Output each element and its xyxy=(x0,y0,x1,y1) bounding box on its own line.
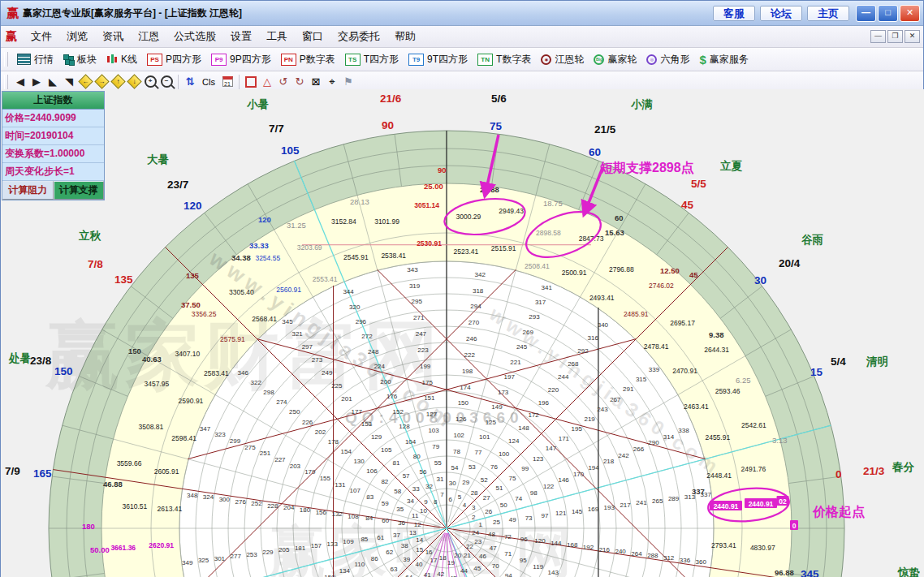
draw-tool-↺[interactable]: ↺ xyxy=(275,75,291,89)
toolbar-item-六角形[interactable]: ◎六角形 xyxy=(641,51,694,68)
svg-text:247: 247 xyxy=(416,330,427,338)
menu-item-工具[interactable]: 工具 xyxy=(259,28,295,45)
draw-tool-◀[interactable]: ◀ xyxy=(12,75,28,89)
toolbar-grip xyxy=(4,75,8,89)
draw-tool-cal[interactable]: 21 xyxy=(219,75,235,89)
mdi-close-button[interactable]: ✕ xyxy=(905,30,920,43)
svg-text:37: 37 xyxy=(393,532,400,539)
svg-text:21/6: 21/6 xyxy=(380,93,402,105)
svg-text:3610.51: 3610.51 xyxy=(123,502,148,510)
svg-text:12.50: 12.50 xyxy=(660,266,680,275)
draw-tool-◥[interactable]: ◥ xyxy=(61,75,77,89)
svg-text:300: 300 xyxy=(219,496,231,503)
diamond-arrow-icon: ← xyxy=(78,74,93,88)
svg-text:322: 322 xyxy=(250,379,261,386)
toolbar-item-9T四方形[interactable]: T99T四方形 xyxy=(404,51,473,68)
title-link-论坛[interactable]: 论坛 xyxy=(760,6,802,21)
svg-text:340: 340 xyxy=(598,321,609,329)
svg-text:2470.91: 2470.91 xyxy=(672,367,697,375)
toolbar-grip xyxy=(4,52,8,67)
svg-text:152: 152 xyxy=(393,408,404,416)
svg-text:8: 8 xyxy=(434,498,438,506)
draw-tool-▶[interactable]: ▶ xyxy=(28,75,45,89)
toolbar-item-T数字表[interactable]: TNT数字表 xyxy=(473,51,536,68)
toolbar-item-赢家服务[interactable]: $赢家服务 xyxy=(694,51,753,68)
toolbar-item-板块[interactable]: 板块 xyxy=(58,51,101,68)
menu-item-浏览[interactable]: 浏览 xyxy=(59,28,95,45)
draw-tool-↻[interactable]: ↻ xyxy=(291,75,308,89)
title-link-客服[interactable]: 客服 xyxy=(713,6,755,21)
menu-item-公式选股[interactable]: 公式选股 xyxy=(166,28,223,45)
draw-tool-dia-right[interactable]: → xyxy=(93,75,110,89)
menu-item-资讯[interactable]: 资讯 xyxy=(95,28,131,45)
draw-tool-△[interactable]: △ xyxy=(259,75,275,89)
svg-text:2455.91: 2455.91 xyxy=(705,433,730,441)
svg-text:277: 277 xyxy=(231,553,242,560)
svg-text:122: 122 xyxy=(543,483,555,490)
toolbar-item-P数字表[interactable]: PNP数字表 xyxy=(276,51,340,68)
close-button[interactable]: ✕ xyxy=(900,5,920,22)
gann-wheel-svg: 赢家财富网赢家财富网www.yingjia360.comwww.yingjia3… xyxy=(1,89,924,577)
menu-item-江恩[interactable]: 江恩 xyxy=(131,28,166,45)
svg-text:3457.95: 3457.95 xyxy=(145,380,170,388)
svg-text:7: 7 xyxy=(440,491,444,498)
draw-tool-dia-left[interactable]: ← xyxy=(77,75,93,89)
svg-text:288: 288 xyxy=(647,552,658,559)
mdi-minimize-button[interactable]: — xyxy=(870,30,886,43)
zoom-out-icon: − xyxy=(161,75,173,88)
svg-text:192: 192 xyxy=(583,544,594,551)
draw-tool-⇅[interactable]: ⇅ xyxy=(182,75,198,89)
diamond-arrow-icon: → xyxy=(94,74,109,88)
draw-tool-zoom-in[interactable]: + xyxy=(142,75,158,89)
wheel-canvas[interactable]: 上证指数 价格=2440.9099时间=20190104变换系数=1.00000… xyxy=(1,89,924,577)
svg-text:170: 170 xyxy=(573,471,585,478)
badge-icon-P9: P9 xyxy=(211,54,227,66)
panel-title: 上证指数 xyxy=(2,92,104,110)
menu-item-帮助[interactable]: 帮助 xyxy=(387,28,423,45)
svg-text:180: 180 xyxy=(300,506,311,514)
svg-text:4830.97: 4830.97 xyxy=(750,544,775,552)
svg-text:217: 217 xyxy=(620,502,631,509)
draw-tool-dia-down[interactable]: ↓ xyxy=(126,75,142,89)
mdi-restore-button[interactable]: ❐ xyxy=(887,30,903,43)
draw-tool-⌖[interactable]: ⌖ xyxy=(324,75,340,89)
svg-text:225: 225 xyxy=(331,382,343,390)
svg-text:312: 312 xyxy=(663,554,675,562)
minimize-button[interactable]: — xyxy=(856,5,876,22)
calc-resistance-button[interactable]: 计算阻力 xyxy=(2,181,54,200)
svg-text:130: 130 xyxy=(353,458,365,465)
badge-icon-TN: TN xyxy=(477,54,493,66)
svg-text:241: 241 xyxy=(636,499,647,506)
svg-text:57: 57 xyxy=(403,472,410,480)
draw-tool-Cls[interactable]: Cls xyxy=(198,75,219,89)
svg-text:44: 44 xyxy=(460,567,468,575)
svg-text:54: 54 xyxy=(451,464,458,472)
title-link-主页[interactable]: 主页 xyxy=(807,6,849,21)
menu-item-交易委托[interactable]: 交易委托 xyxy=(330,28,387,45)
toolbar-item-K线[interactable]: K线 xyxy=(101,51,142,68)
svg-text:90: 90 xyxy=(382,119,394,131)
menu-item-文件[interactable]: 文件 xyxy=(24,28,59,45)
toolbar-item-赢家轮[interactable]: Big赢家轮 xyxy=(589,51,641,68)
draw-tool-⊠[interactable]: ⊠ xyxy=(308,75,324,89)
toolbar-item-行情[interactable]: 行情 xyxy=(12,51,58,68)
svg-text:121: 121 xyxy=(555,510,567,517)
menu-item-窗口[interactable]: 窗口 xyxy=(295,28,330,45)
svg-text:2590.91: 2590.91 xyxy=(179,397,204,405)
toolbar-item-9P四方形[interactable]: P99P四方形 xyxy=(206,51,276,68)
toolbar-item-江恩轮[interactable]: ◉江恩轮 xyxy=(536,51,589,68)
svg-text:2605.91: 2605.91 xyxy=(154,467,179,476)
draw-tool-rsq[interactable] xyxy=(243,75,259,89)
svg-text:273: 273 xyxy=(312,356,323,364)
draw-tool-zoom-out[interactable]: − xyxy=(158,75,175,89)
draw-tool-dia-up[interactable]: ↑ xyxy=(110,75,126,89)
toolbar-item-P四方形[interactable]: PSP四方形 xyxy=(142,51,206,68)
toolbar-item-T四方形[interactable]: TST四方形 xyxy=(340,51,404,68)
calc-support-button[interactable]: 计算支撑 xyxy=(54,181,105,200)
draw-tool-⚑[interactable]: ⚑ xyxy=(340,75,356,89)
calendar-icon: 21 xyxy=(222,76,233,87)
svg-text:193: 193 xyxy=(604,504,615,511)
draw-tool-◣[interactable]: ◣ xyxy=(45,75,61,89)
maximize-button[interactable]: □ xyxy=(878,5,898,22)
menu-item-设置[interactable]: 设置 xyxy=(223,28,259,45)
